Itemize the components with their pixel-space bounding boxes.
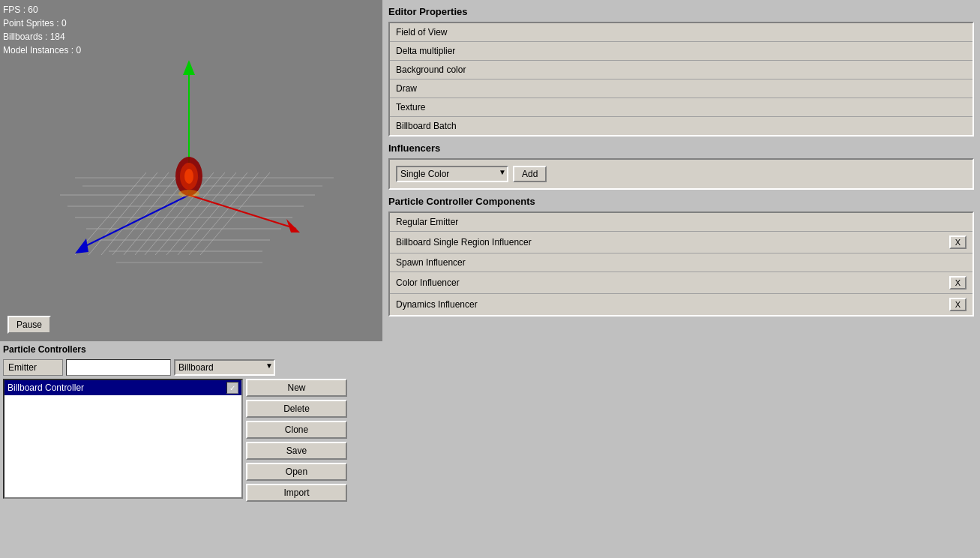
controller-buttons: New Delete Clone Save Open Import <box>246 379 347 502</box>
controller-item-name: Billboard Controller <box>7 382 226 393</box>
save-button[interactable]: Save <box>246 442 347 460</box>
particle-controllers-panel: Particle Controllers Emitter Billboard B… <box>0 341 382 558</box>
influencers-box: Single Color Color Range Velocity Scale … <box>388 158 974 190</box>
color-influencer-x-button[interactable]: X <box>949 276 967 290</box>
influencer-select[interactable]: Single Color Color Range Velocity Scale … <box>396 166 508 182</box>
pcc-section: Particle Controller Components Regular E… <box>388 196 974 316</box>
right-panel: Editor Properties Field of View Delta mu… <box>382 0 980 558</box>
billboard-single-region-label: Billboard Single Region Influencer <box>396 237 532 248</box>
svg-point-30 <box>184 169 193 184</box>
fps-stat: FPS : 60 <box>3 3 81 16</box>
color-influencer-label: Color Influencer <box>396 278 460 288</box>
delete-button[interactable]: Delete <box>246 400 347 418</box>
billboard-select[interactable]: Billboard <box>174 359 275 376</box>
lower-section: Billboard Controller ✓ New Delete Clone … <box>3 379 379 502</box>
billboard-batch-label: Billboard Batch <box>396 121 457 131</box>
emitter-input[interactable] <box>66 359 171 376</box>
viewport: FPS : 60 Point Sprites : 0 Billboards : … <box>0 0 382 341</box>
open-button[interactable]: Open <box>246 463 347 481</box>
spawn-influencer-label: Spawn Influencer <box>396 257 466 268</box>
background-color-label: Background color <box>396 64 466 75</box>
svg-point-31 <box>178 190 199 197</box>
billboard-batch-row: Billboard Batch <box>390 117 973 135</box>
influencer-controls: Single Color Color Range Velocity Scale … <box>396 166 967 182</box>
influencers-section: Influencers Single Color Color Range Vel… <box>388 142 974 190</box>
controller-item[interactable]: Billboard Controller ✓ <box>4 380 241 395</box>
emitter-label: Emitter <box>3 359 63 376</box>
influencers-title: Influencers <box>388 142 974 154</box>
editor-properties-title: Editor Properties <box>388 6 974 17</box>
controller-list[interactable]: Billboard Controller ✓ <box>3 379 243 499</box>
dynamics-influencer-label: Dynamics Influencer <box>396 299 478 310</box>
field-of-view-row: Field of View <box>390 23 973 42</box>
texture-label: Texture <box>396 102 425 112</box>
import-button[interactable]: Import <box>246 484 347 502</box>
editor-properties-section: Editor Properties Field of View Delta mu… <box>388 6 974 136</box>
pcc-box: Regular Emitter Billboard Single Region … <box>388 212 974 316</box>
billboard-single-region-row: Billboard Single Region Influencer X <box>390 232 973 254</box>
clone-button[interactable]: Clone <box>246 421 347 439</box>
stats-overlay: FPS : 60 Point Sprites : 0 Billboards : … <box>3 3 81 57</box>
regular-emitter-row: Regular Emitter <box>390 213 973 232</box>
pause-button[interactable]: Pause <box>7 316 51 334</box>
draw-label: Draw <box>396 83 417 94</box>
draw-row: Draw <box>390 80 973 98</box>
controller-item-checkbox[interactable]: ✓ <box>226 382 238 394</box>
field-of-view-label: Field of View <box>396 27 447 38</box>
color-influencer-row: Color Influencer X <box>390 272 973 294</box>
new-button[interactable]: New <box>246 379 347 397</box>
editor-properties-box: Field of View Delta multiplier Backgroun… <box>388 22 974 136</box>
point-sprites-stat: Point Sprites : 0 <box>3 16 81 30</box>
delta-multiplier-label: Delta multiplier <box>396 46 455 56</box>
spawn-influencer-row: Spawn Influencer <box>390 254 973 272</box>
background-color-row: Background color <box>390 61 973 80</box>
influencer-select-wrapper[interactable]: Single Color Color Range Velocity Scale … <box>396 166 508 182</box>
pcc-title: Particle Controller Components <box>388 196 974 207</box>
dynamics-influencer-row: Dynamics Influencer X <box>390 294 973 315</box>
dynamics-influencer-x-button[interactable]: X <box>949 298 967 311</box>
billboards-stat: Billboards : 184 <box>3 30 81 44</box>
particle-controllers-title: Particle Controllers <box>3 344 379 355</box>
billboard-single-region-x-button[interactable]: X <box>949 236 967 249</box>
texture-row: Texture <box>390 98 973 117</box>
add-influencer-button[interactable]: Add <box>513 166 547 182</box>
model-instances-stat: Model Instances : 0 <box>3 44 81 57</box>
billboard-select-wrapper[interactable]: Billboard <box>174 359 275 376</box>
delta-multiplier-row: Delta multiplier <box>390 42 973 61</box>
regular-emitter-label: Regular Emitter <box>396 217 458 227</box>
